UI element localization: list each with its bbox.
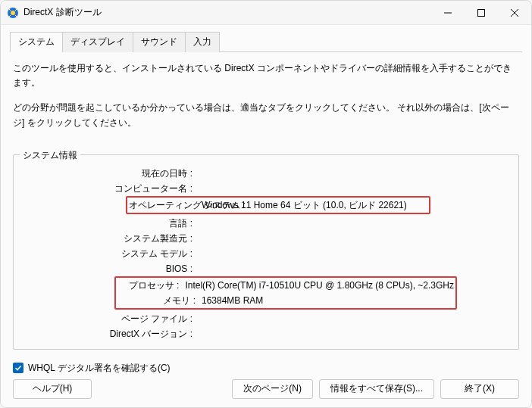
system-info-group: システム情報 現在の日時 : コンピューター名 : オペレーティング システム …	[13, 154, 519, 350]
button-bar: ヘルプ(H) 次のページ(N) 情報をすべて保存(S)... 終了(X)	[10, 375, 522, 399]
label-pagefile: ページ ファイル :	[21, 311, 196, 326]
row-bios: BIOS :	[21, 261, 511, 276]
row-computer-name: コンピューター名 :	[21, 181, 511, 196]
value-processor: Intel(R) Core(TM) i7-10510U CPU @ 1.80GH…	[182, 278, 454, 293]
label-model: システム モデル :	[21, 246, 196, 261]
tab-bar: システム ディスプレイ サウンド 入力	[10, 31, 522, 52]
minimize-button[interactable]	[431, 1, 465, 25]
window-title: DirectX 診断ツール	[23, 6, 431, 19]
window-buttons	[431, 1, 531, 24]
value-model	[196, 246, 511, 261]
row-memory: メモリ : 16384MB RAM	[117, 293, 454, 308]
info-rows: 現在の日時 : コンピューター名 : オペレーティング システム : Windo…	[21, 166, 511, 341]
row-manufacturer: システム製造元 :	[21, 231, 511, 246]
tab-input[interactable]: 入力	[185, 32, 220, 52]
description-line1: このツールを使用すると、インストールされている DirectX コンポーネントや…	[13, 61, 519, 90]
button-gap	[98, 379, 226, 399]
label-language: 言語 :	[21, 216, 196, 231]
next-page-button[interactable]: 次のページ(N)	[232, 379, 313, 399]
highlight-os: オペレーティング システム : Windows 11 Home 64 ビット (…	[126, 196, 430, 214]
save-all-button[interactable]: 情報をすべて保存(S)...	[319, 379, 434, 399]
whql-checkbox-label: WHQL デジタル署名を確認する(C)	[28, 362, 171, 375]
label-processor: プロセッサ :	[117, 278, 182, 293]
tab-display[interactable]: ディスプレイ	[62, 32, 133, 52]
value-language	[196, 216, 511, 231]
tab-sound[interactable]: サウンド	[133, 32, 186, 52]
value-computer-name	[196, 181, 511, 196]
row-model: システム モデル :	[21, 246, 511, 261]
value-manufacturer	[196, 231, 511, 246]
whql-checkbox-row[interactable]: WHQL デジタル署名を確認する(C)	[13, 362, 519, 375]
label-manufacturer: システム製造元 :	[21, 231, 196, 246]
group-title: システム情報	[20, 149, 80, 162]
value-bios	[196, 261, 511, 276]
value-directx-version	[196, 326, 511, 341]
client-area: システム ディスプレイ サウンド 入力 このツールを使用すると、インストールされ…	[1, 25, 531, 407]
row-os: オペレーティング システム : Windows 11 Home 64 ビット (…	[129, 198, 427, 213]
label-memory: メモリ :	[117, 293, 199, 308]
label-os: オペレーティング システム :	[129, 198, 199, 213]
app-icon	[7, 7, 19, 19]
label-directx-version: DirectX バージョン :	[21, 326, 196, 341]
tab-system[interactable]: システム	[10, 32, 63, 52]
value-os: Windows 11 Home 64 ビット (10.0, ビルド 22621)	[199, 198, 427, 213]
exit-button[interactable]: 終了(X)	[440, 379, 519, 399]
value-datetime	[196, 166, 511, 181]
highlight-cpu-ram: プロセッサ : Intel(R) Core(TM) i7-10510U CPU …	[114, 276, 457, 310]
value-memory: 16384MB RAM	[199, 293, 454, 308]
svg-point-1	[11, 11, 15, 15]
row-processor: プロセッサ : Intel(R) Core(TM) i7-10510U CPU …	[117, 278, 454, 293]
titlebar: DirectX 診断ツール	[1, 1, 531, 25]
row-datetime: 現在の日時 :	[21, 166, 511, 181]
close-button[interactable]	[498, 1, 531, 25]
label-datetime: 現在の日時 :	[21, 166, 196, 181]
row-directx-version: DirectX バージョン :	[21, 326, 511, 341]
row-language: 言語 :	[21, 216, 511, 231]
row-pagefile: ページ ファイル :	[21, 311, 511, 326]
checkbox-icon[interactable]	[13, 363, 23, 373]
label-computer-name: コンピューター名 :	[21, 181, 196, 196]
svg-rect-3	[478, 10, 485, 17]
label-bios: BIOS :	[21, 261, 196, 276]
description-line2: どの分野が問題を起こしているか分かっている場合は、適当なタブをクリックしてくださ…	[13, 101, 519, 129]
maximize-button[interactable]	[465, 1, 498, 25]
value-pagefile	[196, 311, 511, 326]
description: このツールを使用すると、インストールされている DirectX コンポーネントや…	[13, 61, 519, 141]
help-button[interactable]: ヘルプ(H)	[13, 379, 92, 399]
